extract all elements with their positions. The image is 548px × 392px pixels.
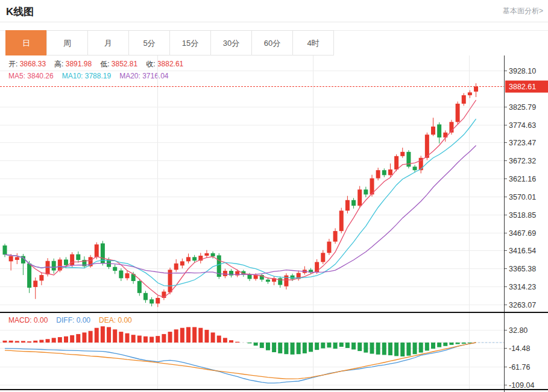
macd-bar — [21, 341, 25, 343]
candle — [327, 242, 331, 253]
macd-bar — [357, 343, 362, 351]
macd-bar — [137, 335, 142, 343]
price-axis-label: 3314.23 — [509, 283, 536, 291]
candle — [400, 152, 405, 156]
macd-bar — [46, 339, 50, 343]
price-axis-label: 3774.63 — [509, 121, 536, 130]
macd-axis-label: 32.80 — [509, 326, 528, 335]
macd-bar — [462, 343, 466, 344]
macd-bar — [223, 338, 227, 343]
candle — [9, 256, 13, 262]
candle — [27, 264, 31, 288]
candle — [211, 253, 215, 256]
candle — [351, 200, 356, 206]
macd-bar — [406, 343, 411, 356]
candle — [156, 298, 160, 303]
macd-bar — [217, 335, 221, 343]
macd-axis-label: -61.76 — [509, 363, 530, 371]
diff-line — [5, 343, 476, 383]
price-axis-label: 3518.85 — [509, 211, 536, 220]
tab-4时[interactable]: 4时 — [292, 30, 334, 55]
macd-chart[interactable]: 32.80-14.48-61.76-109.04 — [0, 313, 548, 392]
candle — [339, 210, 344, 231]
macd-bar — [198, 328, 203, 343]
macd-bar — [192, 327, 197, 343]
tab-月[interactable]: 月 — [87, 30, 129, 55]
macd-bar — [333, 343, 338, 349]
macd-bar — [284, 343, 288, 354]
macd-bar — [70, 335, 74, 343]
macd-bar — [388, 343, 392, 355]
candle — [413, 166, 417, 170]
macd-bar — [82, 332, 86, 343]
macd-bar — [370, 343, 374, 354]
macd-bar — [89, 331, 93, 343]
price-axis-label: 3621.16 — [509, 175, 536, 183]
candle — [333, 231, 338, 242]
macd-bar — [168, 332, 172, 343]
candle — [39, 275, 43, 280]
macd-bar — [119, 332, 123, 343]
tab-30分[interactable]: 30分 — [210, 30, 252, 55]
candle — [64, 259, 68, 265]
macd-bar — [321, 343, 325, 349]
price-axis-label: 3365.38 — [509, 265, 536, 273]
candle — [15, 257, 19, 260]
macd-axis-label: -109.04 — [509, 381, 534, 390]
tab-日[interactable]: 日 — [5, 30, 47, 55]
page-title: K线图 — [6, 5, 34, 19]
last-price-badge-text: 3882.61 — [509, 83, 536, 91]
macd-bar — [186, 327, 191, 343]
ma20-line — [5, 145, 476, 274]
tab-5分[interactable]: 5分 — [128, 30, 170, 55]
macd-bar — [174, 329, 178, 343]
macd-bar — [235, 342, 239, 343]
macd-bar — [156, 336, 160, 343]
candle — [192, 257, 197, 261]
candle — [291, 276, 295, 279]
candle — [357, 189, 362, 206]
macd-bar — [229, 340, 233, 343]
macd-bar — [131, 335, 136, 343]
header-divider — [0, 22, 548, 22]
macd-bar — [162, 334, 166, 343]
macd-bar — [443, 343, 447, 346]
macd-bar — [107, 327, 111, 343]
candle — [406, 152, 411, 167]
macd-bar — [431, 343, 435, 349]
candle — [3, 245, 7, 254]
macd-bar — [101, 326, 105, 343]
macd-bar — [180, 328, 184, 343]
macd-bar — [278, 343, 282, 353]
macd-bar — [39, 340, 43, 343]
fundamental-analysis-link[interactable]: 基本面分析> — [503, 6, 543, 16]
price-axis-label: 3928.10 — [509, 67, 536, 75]
tab-周[interactable]: 周 — [46, 30, 88, 55]
tab-15分[interactable]: 15分 — [169, 30, 211, 55]
macd-bar — [150, 337, 154, 343]
candle — [223, 271, 227, 276]
macd-bar — [437, 343, 441, 347]
price-axis-label: 3416.54 — [509, 247, 536, 255]
candlestick-chart[interactable]: 3928.103825.793774.633723.473672.323621.… — [0, 55, 548, 313]
macd-bar — [272, 343, 276, 352]
macd-bar — [3, 341, 7, 343]
candle — [376, 170, 380, 178]
macd-bar — [449, 343, 453, 345]
macd-bar — [351, 343, 356, 350]
candle — [95, 244, 99, 257]
candle — [180, 261, 184, 265]
price-axis-label: 3570.01 — [509, 193, 536, 201]
macd-axis-label: -14.48 — [509, 344, 530, 353]
candle — [76, 254, 80, 260]
macd-bar — [425, 343, 429, 350]
macd-bar — [143, 337, 148, 343]
macd-bar — [376, 343, 380, 355]
price-axis-label: 3672.32 — [509, 157, 536, 165]
macd-bar — [309, 343, 313, 352]
candle — [394, 156, 398, 169]
macd-bar — [95, 328, 99, 343]
candle — [474, 87, 478, 92]
macd-bar — [15, 341, 19, 343]
tab-60分[interactable]: 60分 — [251, 30, 293, 55]
